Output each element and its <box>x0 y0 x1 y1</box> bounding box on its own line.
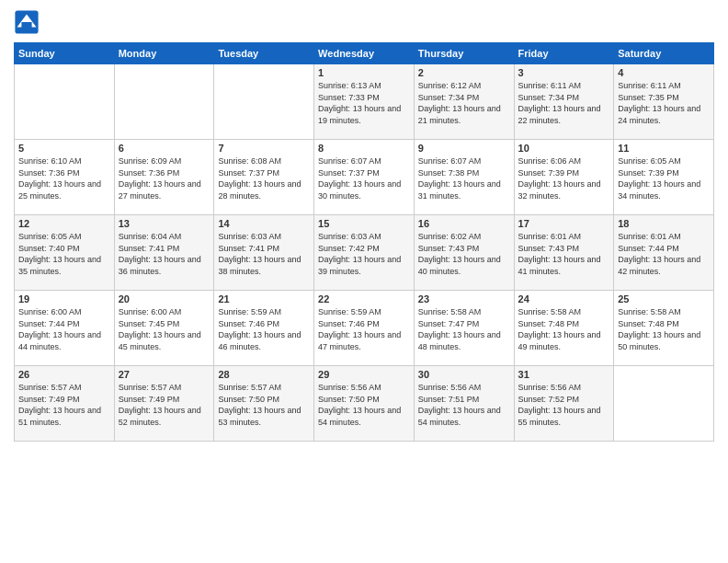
day-info: Sunrise: 6:10 AM Sunset: 7:36 PM Dayligh… <box>18 155 110 201</box>
day-info: Sunrise: 5:58 AM Sunset: 7:47 PM Dayligh… <box>418 306 510 352</box>
day-number: 9 <box>418 143 510 154</box>
day-info: Sunrise: 6:12 AM Sunset: 7:34 PM Dayligh… <box>418 80 510 126</box>
day-info: Sunrise: 6:06 AM Sunset: 7:39 PM Dayligh… <box>518 155 610 201</box>
day-cell: 29Sunrise: 5:56 AM Sunset: 7:50 PM Dayli… <box>314 366 415 442</box>
day-header-friday: Friday <box>514 43 614 64</box>
day-info: Sunrise: 6:03 AM Sunset: 7:41 PM Dayligh… <box>218 231 310 277</box>
day-cell: 23Sunrise: 5:58 AM Sunset: 7:47 PM Dayli… <box>414 291 514 366</box>
day-cell: 12Sunrise: 6:05 AM Sunset: 7:40 PM Dayli… <box>15 215 115 291</box>
header <box>14 9 714 35</box>
day-number: 22 <box>318 293 410 304</box>
svg-rect-2 <box>21 22 31 29</box>
day-number: 15 <box>318 218 410 229</box>
logo <box>14 9 43 35</box>
day-info: Sunrise: 6:03 AM Sunset: 7:42 PM Dayligh… <box>318 231 410 277</box>
page: SundayMondayTuesdayWednesdayThursdayFrid… <box>0 0 728 563</box>
day-number: 10 <box>518 143 610 154</box>
day-cell: 21Sunrise: 5:59 AM Sunset: 7:46 PM Dayli… <box>214 291 314 366</box>
day-number: 19 <box>18 293 110 304</box>
day-number: 27 <box>119 369 210 380</box>
day-info: Sunrise: 6:05 AM Sunset: 7:40 PM Dayligh… <box>18 231 110 277</box>
day-number: 4 <box>618 67 710 78</box>
day-header-monday: Monday <box>114 43 214 64</box>
day-number: 30 <box>418 369 510 380</box>
day-cell: 14Sunrise: 6:03 AM Sunset: 7:41 PM Dayli… <box>214 215 314 291</box>
day-number: 7 <box>218 143 310 154</box>
day-header-thursday: Thursday <box>414 43 514 64</box>
day-cell: 25Sunrise: 5:58 AM Sunset: 7:48 PM Dayli… <box>614 291 714 366</box>
day-cell <box>114 64 214 140</box>
day-number: 12 <box>18 218 110 229</box>
day-cell: 28Sunrise: 5:57 AM Sunset: 7:50 PM Dayli… <box>214 366 314 442</box>
calendar-table: SundayMondayTuesdayWednesdayThursdayFrid… <box>14 42 714 442</box>
day-number: 31 <box>518 369 610 380</box>
day-number: 8 <box>318 143 410 154</box>
day-header-sunday: Sunday <box>15 43 115 64</box>
day-info: Sunrise: 5:58 AM Sunset: 7:48 PM Dayligh… <box>618 306 710 352</box>
day-number: 16 <box>418 218 510 229</box>
day-number: 20 <box>119 293 210 304</box>
day-cell: 1Sunrise: 6:13 AM Sunset: 7:33 PM Daylig… <box>314 64 415 140</box>
day-number: 25 <box>618 293 710 304</box>
day-cell: 19Sunrise: 6:00 AM Sunset: 7:44 PM Dayli… <box>15 291 115 366</box>
day-info: Sunrise: 5:59 AM Sunset: 7:46 PM Dayligh… <box>218 306 310 352</box>
logo-icon <box>14 9 40 35</box>
day-info: Sunrise: 6:05 AM Sunset: 7:39 PM Dayligh… <box>618 155 710 201</box>
day-cell: 4Sunrise: 6:11 AM Sunset: 7:35 PM Daylig… <box>614 64 714 140</box>
day-cell: 17Sunrise: 6:01 AM Sunset: 7:43 PM Dayli… <box>514 215 614 291</box>
day-number: 3 <box>518 67 610 78</box>
day-cell: 20Sunrise: 6:00 AM Sunset: 7:45 PM Dayli… <box>114 291 214 366</box>
day-number: 5 <box>18 143 110 154</box>
day-info: Sunrise: 5:57 AM Sunset: 7:49 PM Dayligh… <box>119 382 210 428</box>
day-header-wednesday: Wednesday <box>314 43 415 64</box>
day-info: Sunrise: 6:01 AM Sunset: 7:43 PM Dayligh… <box>518 231 610 277</box>
day-cell: 13Sunrise: 6:04 AM Sunset: 7:41 PM Dayli… <box>114 215 214 291</box>
day-cell: 8Sunrise: 6:07 AM Sunset: 7:37 PM Daylig… <box>314 140 415 215</box>
day-info: Sunrise: 6:09 AM Sunset: 7:36 PM Dayligh… <box>119 155 210 201</box>
week-row-4: 26Sunrise: 5:57 AM Sunset: 7:49 PM Dayli… <box>15 366 714 442</box>
day-cell: 3Sunrise: 6:11 AM Sunset: 7:34 PM Daylig… <box>514 64 614 140</box>
day-cell: 30Sunrise: 5:56 AM Sunset: 7:51 PM Dayli… <box>414 366 514 442</box>
day-info: Sunrise: 6:13 AM Sunset: 7:33 PM Dayligh… <box>318 80 410 126</box>
day-number: 18 <box>618 218 710 229</box>
day-info: Sunrise: 6:00 AM Sunset: 7:45 PM Dayligh… <box>119 306 210 352</box>
day-info: Sunrise: 5:59 AM Sunset: 7:46 PM Dayligh… <box>318 306 410 352</box>
day-info: Sunrise: 6:07 AM Sunset: 7:37 PM Dayligh… <box>318 155 410 201</box>
day-header-tuesday: Tuesday <box>214 43 314 64</box>
day-info: Sunrise: 5:56 AM Sunset: 7:52 PM Dayligh… <box>518 382 610 428</box>
day-info: Sunrise: 5:57 AM Sunset: 7:49 PM Dayligh… <box>18 382 110 428</box>
day-info: Sunrise: 6:02 AM Sunset: 7:43 PM Dayligh… <box>418 231 510 277</box>
day-info: Sunrise: 6:01 AM Sunset: 7:44 PM Dayligh… <box>618 231 710 277</box>
day-cell: 5Sunrise: 6:10 AM Sunset: 7:36 PM Daylig… <box>15 140 115 215</box>
day-cell: 16Sunrise: 6:02 AM Sunset: 7:43 PM Dayli… <box>414 215 514 291</box>
day-number: 1 <box>318 67 410 78</box>
day-info: Sunrise: 5:56 AM Sunset: 7:50 PM Dayligh… <box>318 382 410 428</box>
day-info: Sunrise: 5:58 AM Sunset: 7:48 PM Dayligh… <box>518 306 610 352</box>
day-cell: 11Sunrise: 6:05 AM Sunset: 7:39 PM Dayli… <box>614 140 714 215</box>
day-cell: 22Sunrise: 5:59 AM Sunset: 7:46 PM Dayli… <box>314 291 415 366</box>
day-cell: 27Sunrise: 5:57 AM Sunset: 7:49 PM Dayli… <box>114 366 214 442</box>
day-number: 6 <box>119 143 210 154</box>
day-cell <box>15 64 115 140</box>
day-cell <box>614 366 714 442</box>
day-number: 14 <box>218 218 310 229</box>
day-info: Sunrise: 5:56 AM Sunset: 7:51 PM Dayligh… <box>418 382 510 428</box>
week-row-0: 1Sunrise: 6:13 AM Sunset: 7:33 PM Daylig… <box>15 64 714 140</box>
day-number: 29 <box>318 369 410 380</box>
day-cell: 2Sunrise: 6:12 AM Sunset: 7:34 PM Daylig… <box>414 64 514 140</box>
header-row: SundayMondayTuesdayWednesdayThursdayFrid… <box>15 43 714 64</box>
day-number: 11 <box>618 143 710 154</box>
day-info: Sunrise: 6:11 AM Sunset: 7:34 PM Dayligh… <box>518 80 610 126</box>
day-cell: 24Sunrise: 5:58 AM Sunset: 7:48 PM Dayli… <box>514 291 614 366</box>
week-row-3: 19Sunrise: 6:00 AM Sunset: 7:44 PM Dayli… <box>15 291 714 366</box>
day-cell: 7Sunrise: 6:08 AM Sunset: 7:37 PM Daylig… <box>214 140 314 215</box>
day-number: 26 <box>18 369 110 380</box>
day-info: Sunrise: 6:04 AM Sunset: 7:41 PM Dayligh… <box>119 231 210 277</box>
day-header-saturday: Saturday <box>614 43 714 64</box>
day-cell: 6Sunrise: 6:09 AM Sunset: 7:36 PM Daylig… <box>114 140 214 215</box>
day-number: 2 <box>418 67 510 78</box>
day-number: 23 <box>418 293 510 304</box>
day-info: Sunrise: 6:00 AM Sunset: 7:44 PM Dayligh… <box>18 306 110 352</box>
week-row-2: 12Sunrise: 6:05 AM Sunset: 7:40 PM Dayli… <box>15 215 714 291</box>
day-cell: 10Sunrise: 6:06 AM Sunset: 7:39 PM Dayli… <box>514 140 614 215</box>
